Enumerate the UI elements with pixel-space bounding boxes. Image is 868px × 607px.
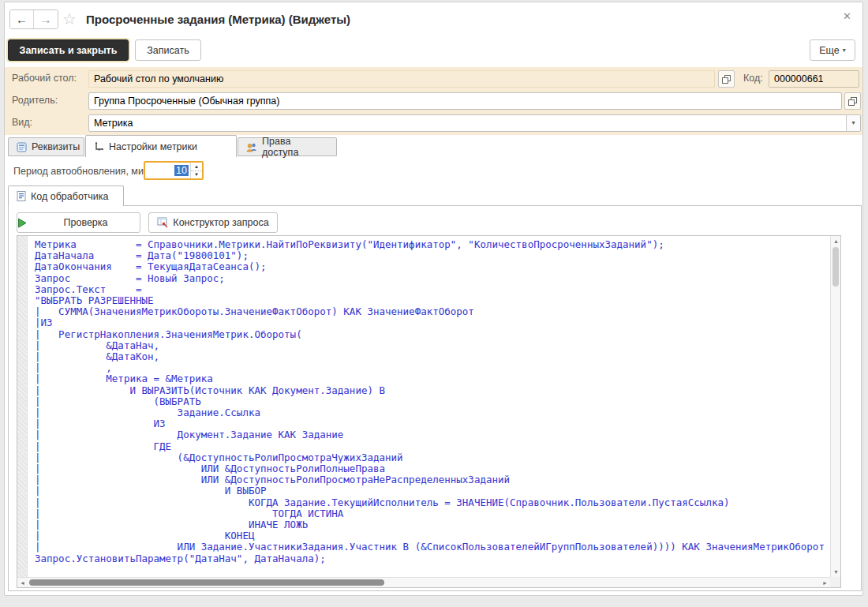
- code-line: | ИЛИ &ДоступностьРолиПолныеПрава: [35, 463, 830, 474]
- code-line: | ИЗ: [35, 418, 830, 429]
- more-button[interactable]: Еще ▾: [810, 39, 855, 61]
- horizontal-scrollbar-thumb[interactable]: [29, 579, 384, 586]
- code-line: | РегистрНакопления.ЗначенияМетрик.Оборо…: [35, 329, 830, 340]
- metric-axes-icon: [94, 141, 104, 152]
- code-line: Метрика = Справочники.Метрики.НайтиПоРек…: [35, 239, 830, 250]
- code-line: | ТОГДА ИСТИНА: [35, 508, 830, 519]
- parent-row: Родитель: Группа Просроченные (Обычная г…: [5, 90, 862, 112]
- scrollbar-corner: [830, 577, 840, 587]
- form-header-area: Рабочий стол: Рабочий стол по умолчанию …: [5, 67, 862, 135]
- tab-requisites[interactable]: Реквизиты: [8, 137, 84, 156]
- code-line: | СУММА(ЗначенияМетрикОбороты.ЗначениеФа…: [35, 306, 830, 317]
- scroll-left-icon[interactable]: ◄: [17, 578, 28, 588]
- vertical-scrollbar-thumb[interactable]: [832, 247, 839, 287]
- code-line: | (ВЫБРАТЬ: [35, 396, 830, 407]
- code-line: | И ВЫРАЗИТЬ(Источник КАК Документ.Задан…: [35, 385, 830, 396]
- code-line: | ИЛИ &ДоступностьРолиПросмотраНеРаспред…: [35, 474, 830, 485]
- stepper-up-icon[interactable]: ▲: [191, 163, 202, 171]
- forward-icon[interactable]: →: [34, 10, 58, 28]
- chevron-down-icon[interactable]: ▾: [846, 115, 860, 131]
- code-line: | КОНЕЦ: [35, 530, 830, 541]
- check-button[interactable]: Проверка: [17, 212, 140, 233]
- tab-access-rights[interactable]: Права доступа: [238, 137, 337, 156]
- refresh-period-label: Период автообновления, мин:: [13, 166, 152, 177]
- stepper-down-icon[interactable]: ▼: [191, 171, 202, 179]
- code-line: Запрос = Новый Запрос;: [35, 273, 830, 284]
- code-line: |ИЗ: [35, 317, 830, 328]
- code-line: | &ДатаКон,: [35, 351, 830, 362]
- close-icon[interactable]: ✕: [843, 10, 851, 22]
- tab-requisites-label: Реквизиты: [32, 141, 80, 152]
- desktop-label: Рабочий стол:: [12, 73, 77, 84]
- handler-code-panel: Проверка Конструктор запроса Метрика = С…: [8, 205, 862, 591]
- editor-gutter: [17, 236, 28, 577]
- open-desktop-button[interactable]: [718, 70, 735, 88]
- code-line: | ГДЕ: [35, 441, 830, 452]
- back-icon[interactable]: ←: [10, 10, 34, 28]
- code-line: | Метрика = &Метрика: [35, 373, 830, 384]
- desktop-value[interactable]: Рабочий стол по умолчанию: [88, 70, 715, 88]
- open-icon: [847, 96, 858, 107]
- parent-label: Родитель:: [12, 95, 58, 106]
- code-line: ДатаНачала = Дата("19800101");: [35, 250, 830, 261]
- code-line: | ИЛИ Задание.УчастникиЗадания.Участник …: [35, 541, 830, 553]
- vertical-scrollbar[interactable]: ▲ ▼: [830, 236, 840, 577]
- users-icon: [246, 142, 257, 152]
- code-line: "ВЫБРАТЬ РАЗРЕШЕННЫЕ: [35, 295, 830, 306]
- query-builder-button-label: Конструктор запроса: [173, 217, 268, 228]
- tab-access-rights-label: Права доступа: [262, 136, 328, 158]
- chevron-down-icon: ▾: [843, 47, 846, 54]
- kind-label: Вид:: [12, 117, 32, 128]
- code-doc-icon: [17, 191, 26, 201]
- tab-handler-code-label: Код обработчика: [31, 191, 109, 202]
- code-label: Код:: [743, 73, 763, 84]
- code-line: Запрос.Текст =: [35, 284, 830, 295]
- stepper-buttons: ▲ ▼: [190, 163, 202, 178]
- code-field[interactable]: 000000661: [769, 70, 859, 88]
- scroll-down-icon[interactable]: ▼: [831, 567, 841, 577]
- scroll-up-icon[interactable]: ▲: [831, 236, 841, 246]
- query-builder-button[interactable]: Конструктор запроса: [148, 212, 278, 233]
- nav-button-group: ← →: [9, 9, 58, 29]
- tab-handler-code[interactable]: Код обработчика: [8, 185, 124, 206]
- scroll-right-icon[interactable]: ►: [820, 578, 830, 588]
- refresh-period-value[interactable]: 10: [145, 163, 190, 178]
- code-line: | Документ.Задание КАК Задание: [35, 429, 830, 440]
- parent-field[interactable]: Группа Просроченные (Обычная группа): [88, 92, 842, 110]
- open-parent-button[interactable]: [844, 92, 861, 110]
- code-content[interactable]: Метрика = Справочники.Метрики.НайтиПоРек…: [28, 236, 830, 577]
- code-line: | И ВЫБОР: [35, 485, 830, 496]
- favorite-star-icon[interactable]: ☆: [62, 9, 77, 28]
- save-button[interactable]: Записать: [135, 39, 201, 61]
- horizontal-scrollbar[interactable]: ◄ ►: [17, 577, 830, 587]
- tab-metric-settings[interactable]: Настройки метрики: [85, 135, 237, 157]
- code-line: | &ДатаНач,: [35, 340, 830, 351]
- widget-editor-window: ← → ☆ Просроченные задания (Метрика) (Ви…: [4, 2, 863, 596]
- more-button-label: Еще: [819, 45, 839, 56]
- kind-select[interactable]: Метрика ▾: [88, 114, 861, 132]
- code-editor[interactable]: Метрика = Справочники.Метрики.НайтиПоРек…: [17, 235, 841, 588]
- refresh-period-stepper[interactable]: 10 ▲ ▼: [144, 161, 204, 180]
- code-line: | КОГДА Задание.ТекущийИсполнитель = ЗНА…: [35, 497, 830, 508]
- save-and-close-button[interactable]: Записать и закрыть: [8, 39, 129, 61]
- check-button-label: Проверка: [32, 217, 140, 228]
- code-line: | (&ДоступностьРолиПросмотраЧужихЗаданий: [35, 452, 830, 463]
- desktop-row: Рабочий стол: Рабочий стол по умолчанию …: [5, 68, 862, 90]
- page-title: Просроченные задания (Метрика) (Виджеты): [86, 13, 350, 26]
- form-icon: [17, 142, 27, 152]
- query-builder-icon: [157, 217, 168, 228]
- play-icon: [17, 218, 27, 228]
- tab-metric-settings-label: Настройки метрики: [109, 141, 197, 152]
- kind-value: Метрика: [94, 115, 133, 131]
- code-line: | ,: [35, 362, 830, 373]
- titlebar: ← → ☆ Просроченные задания (Метрика) (Ви…: [5, 2, 862, 37]
- code-line: ДатаОкончания = ТекущаяДатаСеанса();: [35, 261, 830, 272]
- code-line: | Задание.Ссылка: [35, 407, 830, 418]
- kind-row: Вид: Метрика ▾: [5, 112, 862, 134]
- open-icon: [721, 74, 731, 84]
- code-line: Запрос.УстановитьПараметр("ДатаНач", Дат…: [35, 553, 830, 564]
- code-line: | ИНАЧЕ ЛОЖЬ: [35, 519, 830, 530]
